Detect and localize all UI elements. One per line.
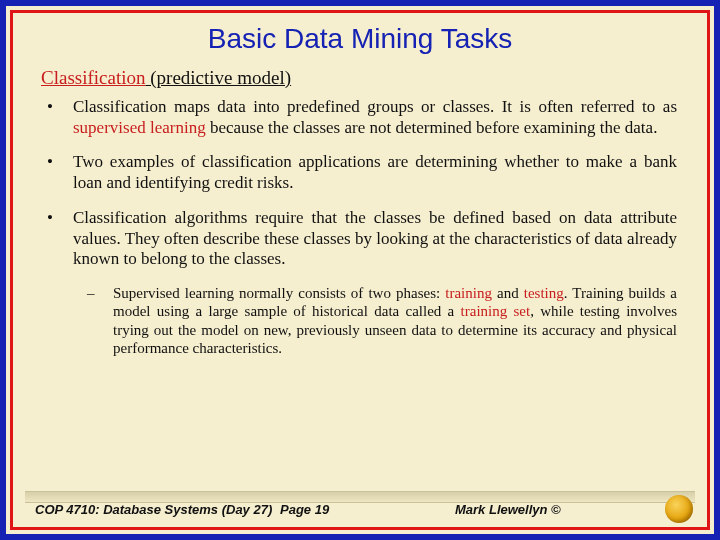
sub-red: training set [461,303,531,319]
footer-page: Page 19 [280,502,455,517]
subheading: Classification (predictive model) [13,61,707,97]
bullet-list: Classification maps data into predefined… [13,97,707,270]
footer-course: COP 4710: Database Systems (Day 27) [35,502,280,517]
sub-text: and [492,285,524,301]
sub-red: testing [524,285,564,301]
bullet-red: supervised learning [73,118,206,137]
slide-inner: Basic Data Mining Tasks Classification (… [10,10,710,530]
sub-bullet-list: Supervised learning normally consists of… [13,284,707,357]
footer-author: Mark Llewellyn © [455,502,665,517]
slide-title: Basic Data Mining Tasks [13,13,707,61]
sub-bullet-item: Supervised learning normally consists of… [83,284,677,357]
slide-frame: Basic Data Mining Tasks Classification (… [0,0,720,540]
bullet-text: Classification algorithms require that t… [73,208,677,268]
sub-text: Supervised learning normally consists of… [113,285,445,301]
bullet-text: because the classes are not determined b… [206,118,658,137]
subheading-rest: (predictive model) [145,67,291,88]
bullet-item: Classification algorithms require that t… [43,208,677,270]
bullet-text: Two examples of classification applicati… [73,152,677,192]
ucf-logo-icon [665,495,693,523]
bullet-item: Two examples of classification applicati… [43,152,677,193]
footer: COP 4710: Database Systems (Day 27) Page… [13,491,707,527]
sub-red: training [445,285,492,301]
bullet-item: Classification maps data into predefined… [43,97,677,138]
bullet-text: Classification maps data into predefined… [73,97,677,116]
subheading-term: Classification [41,67,145,88]
